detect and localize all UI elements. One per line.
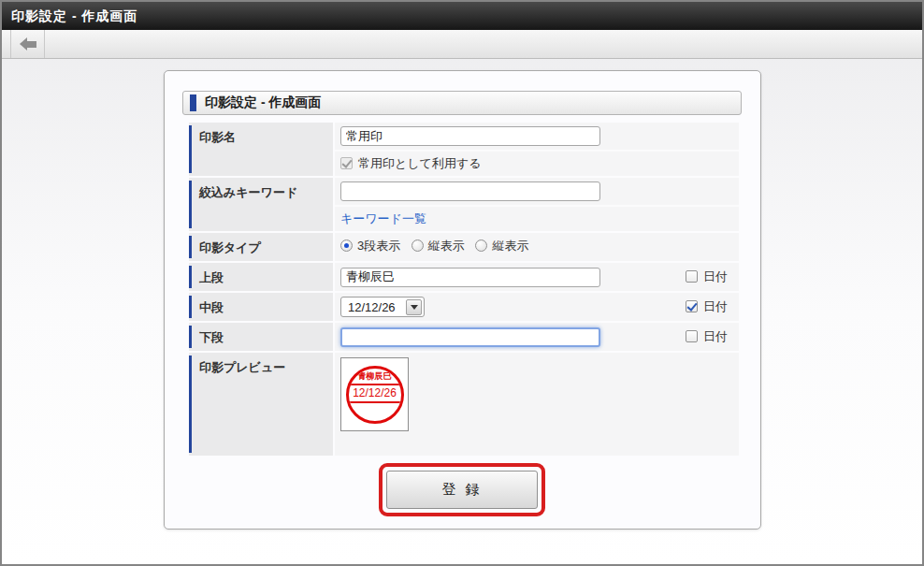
form-panel: 印影設定 - 作成画面 印影名 常用印として利用する 絞込みキーワード — [164, 70, 761, 530]
radio-label: 縦表示 — [428, 239, 465, 253]
seal-type-label: 印影タイプ — [189, 233, 333, 261]
radio-icon[interactable] — [475, 239, 487, 252]
back-arrow-icon — [27, 41, 36, 48]
row-upper: 上段 日付 — [189, 263, 739, 291]
seal-name-input[interactable] — [340, 126, 600, 146]
title-bar: 印影設定 - 作成画面 — [2, 2, 922, 30]
row-keyword: 絞込みキーワード キーワード一覧 — [189, 178, 739, 231]
stamp-preview-box: 青柳辰巳 12/12/26 — [340, 357, 409, 431]
radio-icon[interactable] — [340, 239, 353, 252]
middle-date-select[interactable]: 12/12/26 — [340, 297, 425, 317]
common-seal-checkbox-label: 常用印として利用する — [358, 156, 482, 170]
app-window: 印影設定 - 作成画面 印影設定 - 作成画面 印影名 常用印として利用する — [0, 0, 924, 566]
stamp-middle-text: 12/12/26 — [349, 384, 401, 403]
upper-label: 上段 — [189, 263, 333, 291]
seal-type-option-vertical-1[interactable]: 縦表示 — [411, 239, 465, 253]
window-title: 印影設定 - 作成画面 — [11, 8, 137, 23]
radio-label: 3段表示 — [357, 239, 400, 253]
row-middle: 中段 12/12/26 日付 — [189, 293, 739, 321]
row-seal-type: 印影タイプ 3段表示 縦表示 縦表示 — [189, 233, 739, 261]
middle-date-checkbox[interactable] — [686, 300, 698, 312]
row-seal-name: 印影名 常用印として利用する — [189, 123, 739, 176]
upper-date-checkbox[interactable] — [686, 270, 698, 283]
stamp-preview: 青柳辰巳 12/12/26 — [346, 366, 404, 424]
keyword-input[interactable] — [340, 181, 600, 201]
lower-label: 下段 — [189, 323, 333, 351]
seal-type-option-vertical-2[interactable]: 縦表示 — [475, 239, 528, 253]
lower-date-label: 日付 — [703, 329, 728, 343]
common-seal-checkbox — [340, 157, 353, 169]
panel-header: 印影設定 - 作成画面 — [182, 91, 742, 115]
panel-title: 印影設定 - 作成画面 — [205, 94, 321, 111]
seal-name-label: 印影名 — [189, 123, 333, 176]
lower-date-checkbox[interactable] — [686, 330, 698, 342]
stamp-lower-section — [349, 403, 401, 421]
row-preview: 印影プレビュー 青柳辰巳 12/12/26 — [189, 353, 739, 456]
stamp-upper-text: 青柳辰巳 — [349, 369, 401, 384]
preview-label: 印影プレビュー — [189, 353, 333, 456]
lower-date-option[interactable]: 日付 — [686, 328, 728, 345]
row-lower: 下段 日付 — [189, 323, 739, 351]
radio-icon[interactable] — [411, 239, 424, 252]
middle-date-select-value: 12/12/26 — [348, 300, 396, 314]
form-table: 印影名 常用印として利用する 絞込みキーワード — [189, 123, 739, 457]
upper-date-label: 日付 — [703, 269, 728, 283]
upper-date-option[interactable]: 日付 — [686, 268, 728, 285]
middle-date-label: 日付 — [703, 299, 728, 313]
seal-type-option-3dan[interactable]: 3段表示 — [340, 239, 400, 253]
middle-date-option[interactable]: 日付 — [686, 298, 728, 315]
keyword-label: 絞込みキーワード — [189, 178, 333, 231]
middle-label: 中段 — [189, 293, 333, 321]
dropdown-arrow-icon[interactable] — [406, 299, 422, 315]
lower-input[interactable] — [340, 327, 600, 347]
back-button[interactable] — [10, 30, 45, 58]
toolbar — [2, 30, 922, 59]
radio-label: 縦表示 — [492, 239, 528, 253]
upper-input[interactable] — [340, 268, 600, 287]
header-accent-bar — [190, 94, 196, 111]
keyword-list-link[interactable]: キーワード一覧 — [340, 211, 426, 225]
register-button[interactable]: 登 録 — [386, 471, 538, 509]
